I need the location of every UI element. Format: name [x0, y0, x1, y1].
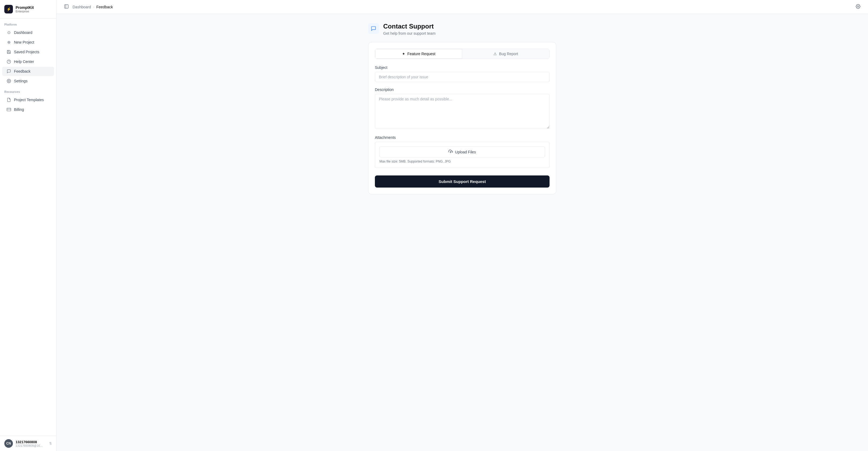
tab-switcher: ✦ Feature Request ⚠ Bug Report — [375, 49, 550, 59]
app-plan: Enterprise — [16, 10, 34, 13]
breadcrumb-current: Feedback — [96, 5, 113, 9]
main-area: Dashboard › Feedback Contact Support Get… — [56, 0, 868, 451]
sidebar-item-label: Saved Projects — [14, 50, 39, 54]
svg-point-7 — [858, 6, 859, 7]
sidebar-item-new-project[interactable]: ⊕ New Project — [2, 38, 54, 47]
description-label: Description — [375, 87, 550, 92]
user-profile[interactable]: CN 13217660808 13217660808@16... ⇅ — [0, 436, 56, 451]
sidebar-item-dashboard[interactable]: ⊙ Dashboard — [2, 28, 54, 37]
contact-support-wrapper: Contact Support Get help from our suppor… — [368, 23, 556, 194]
submit-label: Submit Support Request — [439, 179, 486, 184]
settings-gear-button[interactable] — [855, 3, 862, 11]
sidebar: ⚡ PromptKit Enterprise Platform ⊙ Dashbo… — [0, 0, 56, 451]
chevron-up-down-icon: ⇅ — [49, 442, 52, 445]
breadcrumb-dashboard[interactable]: Dashboard — [72, 5, 91, 9]
attachments-label: Attachments — [375, 135, 550, 140]
header: Dashboard › Feedback — [56, 0, 868, 14]
upload-hint: Max file size: 5MB. Supported formats: P… — [379, 160, 545, 163]
dashboard-icon: ⊙ — [6, 30, 11, 35]
app-name: PromptKit — [16, 5, 34, 10]
billing-icon — [6, 107, 11, 112]
subject-label: Subject — [375, 65, 550, 70]
page-title-row: Contact Support Get help from our suppor… — [368, 23, 556, 35]
sidebar-item-saved-projects[interactable]: Saved Projects — [2, 47, 54, 57]
feedback-icon — [6, 69, 11, 74]
sidebar-toggle-button[interactable] — [63, 3, 70, 11]
breadcrumb-separator: › — [93, 5, 94, 9]
user-name: 13217660808 — [16, 440, 46, 444]
avatar: CN — [4, 439, 13, 448]
sidebar-item-billing[interactable]: Billing — [2, 105, 54, 114]
svg-rect-5 — [64, 5, 68, 8]
platform-section-label: Platform — [0, 19, 56, 28]
project-templates-icon — [6, 97, 11, 102]
form-card: ✦ Feature Request ⚠ Bug Report Subject D… — [368, 42, 556, 194]
sidebar-item-label: Project Templates — [14, 98, 44, 102]
new-project-icon: ⊕ — [6, 40, 11, 45]
description-group: Description — [375, 87, 550, 130]
page-content: Contact Support Get help from our suppor… — [56, 14, 868, 451]
resources-section-label: Recources — [0, 86, 56, 95]
attachments-group: Attachments Upload Files Max file size: … — [375, 135, 550, 168]
support-icon-box — [368, 23, 379, 34]
bug-report-tab-label: Bug Report — [499, 52, 518, 56]
help-center-icon — [6, 59, 11, 64]
bug-report-icon: ⚠ — [493, 52, 497, 56]
page-title: Contact Support — [383, 23, 436, 30]
saved-projects-icon — [6, 50, 11, 54]
sidebar-item-help-center[interactable]: Help Center — [2, 57, 54, 66]
sidebar-item-label: Settings — [14, 79, 28, 83]
sidebar-item-label: Dashboard — [14, 30, 33, 35]
breadcrumb: Dashboard › Feedback — [72, 5, 113, 9]
sidebar-item-label: Help Center — [14, 59, 34, 64]
feature-request-tab[interactable]: ✦ Feature Request — [375, 49, 462, 59]
upload-files-button[interactable]: Upload Files — [379, 146, 545, 158]
user-email: 13217660808@16... — [16, 444, 46, 447]
upload-files-label: Upload Files — [455, 150, 476, 154]
sidebar-item-settings[interactable]: Settings — [2, 77, 54, 86]
subject-input[interactable] — [375, 72, 550, 82]
sidebar-item-label: Feedback — [14, 69, 30, 74]
description-textarea[interactable] — [375, 94, 550, 129]
feature-request-icon: ✦ — [402, 52, 405, 56]
sidebar-item-project-templates[interactable]: Project Templates — [2, 95, 54, 105]
sidebar-item-feedback[interactable]: Feedback — [2, 67, 54, 76]
feature-request-tab-label: Feature Request — [407, 52, 435, 56]
bug-report-tab[interactable]: ⚠ Bug Report — [462, 49, 549, 59]
logo-icon: ⚡ — [4, 5, 13, 13]
upload-area: Upload Files Max file size: 5MB. Support… — [375, 142, 550, 168]
upload-icon — [448, 149, 453, 154]
app-logo: ⚡ PromptKit Enterprise — [0, 0, 56, 19]
subject-group: Subject — [375, 65, 550, 82]
sidebar-item-label: New Project — [14, 40, 34, 45]
svg-point-2 — [8, 81, 9, 82]
svg-rect-3 — [7, 108, 11, 111]
sidebar-item-label: Billing — [14, 107, 24, 112]
submit-button[interactable]: Submit Support Request — [375, 175, 550, 188]
settings-icon — [6, 79, 11, 83]
page-subtitle: Get help from our support team — [383, 31, 436, 35]
